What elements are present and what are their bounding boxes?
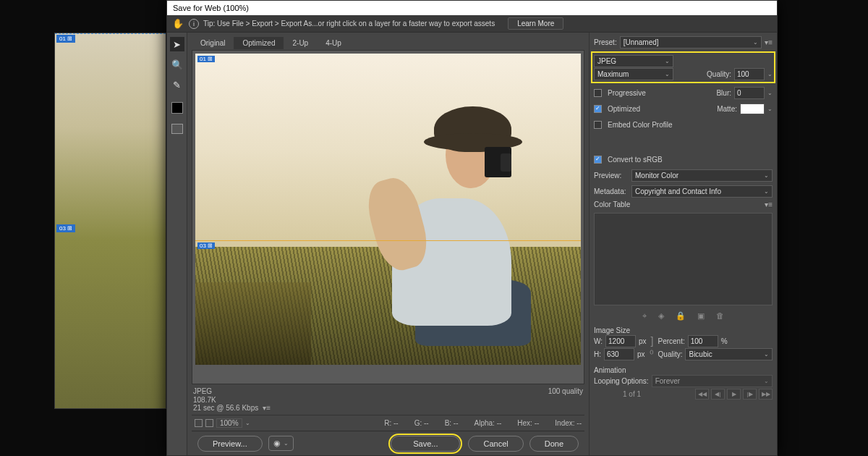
link-icon[interactable]: ]	[650, 335, 655, 347]
readout-alpha: Alpha: --	[475, 419, 502, 427]
embed-profile-label: Embed Color Profile	[608, 121, 672, 129]
zoom-value[interactable]: 100%	[216, 418, 242, 428]
imagesize-label: Image Size	[594, 326, 773, 334]
prev-frame-icon: ◀|	[711, 389, 725, 400]
grid-icon[interactable]	[195, 419, 203, 427]
tip-bar: ✋ i Tip: Use File > Export > Export As..…	[167, 15, 777, 33]
slice-badge-01[interactable]: 01 ⊞	[197, 56, 215, 62]
grid-icon-2[interactable]	[205, 419, 213, 427]
learn-more-button[interactable]: Learn More	[508, 17, 563, 30]
matte-swatch[interactable]	[740, 104, 765, 114]
blur-label: Blur:	[716, 89, 731, 97]
colortable-actions: ⌖ ◈ 🔒 ▣ 🗑	[594, 310, 773, 322]
preview-download: 21 sec @ 56.6 Kbps	[193, 404, 258, 412]
slice-visibility-toggle[interactable]	[171, 124, 183, 134]
progressive-checkbox[interactable]	[594, 89, 602, 97]
preview-area[interactable]: 01 ⊞ 03 ⊞	[192, 50, 584, 384]
done-button[interactable]: Done	[529, 436, 579, 452]
preset-label: Preset:	[594, 38, 617, 46]
quality-input[interactable]: 100	[734, 68, 765, 80]
convert-srgb-label: Convert to sRGB	[608, 156, 663, 164]
image-preview[interactable]: 01 ⊞ 03 ⊞	[195, 54, 581, 365]
window-title: Save for Web (100%)	[167, 1, 777, 15]
link-bottom-icon: ⁰	[648, 348, 655, 360]
blur-input[interactable]: 0	[734, 87, 765, 99]
panel-menu-icon[interactable]: ▾≡	[765, 38, 773, 46]
ct-snap-icon[interactable]: ⌖	[642, 311, 647, 321]
colortable-label: Color Table	[594, 200, 630, 208]
height-input[interactable]: 630	[604, 348, 634, 360]
save-button[interactable]: Save...	[391, 436, 460, 452]
px-label-2: px	[637, 350, 645, 358]
dialog-footer: Preview... ◉⌄ Save... Cancel Done	[192, 431, 584, 455]
percent-input[interactable]: 100	[688, 335, 718, 347]
animation-label: Animation	[594, 366, 773, 374]
eye-icon: ◉	[273, 439, 281, 448]
embed-profile-checkbox[interactable]	[594, 121, 602, 129]
width-input[interactable]: 1200	[605, 335, 636, 347]
tool-strip: ➤ 🔍 ✎	[167, 33, 187, 455]
format-quality-highlight: JPEG⌄ Maximum⌄ Quality: 100 ⌄	[591, 51, 775, 83]
convert-srgb-checkbox[interactable]	[594, 156, 602, 164]
optimized-label: Optimized	[608, 105, 640, 113]
eyedropper-tool-icon[interactable]: ✎	[170, 77, 184, 92]
chevron-down-icon[interactable]: ⌄	[767, 106, 773, 112]
hand-tool-icon[interactable]: ✋	[171, 17, 184, 30]
pointer-tool-icon[interactable]: ➤	[170, 37, 184, 51]
tip-text-1: Tip: Use File > Export > Export As...	[203, 20, 318, 28]
px-label: px	[639, 337, 647, 345]
preview-profile-select[interactable]: Monitor Color⌄	[631, 169, 773, 182]
looping-select: Forever⌄	[652, 375, 773, 387]
cancel-button[interactable]: Cancel	[468, 436, 523, 452]
ct-cube-icon[interactable]: ◈	[658, 311, 664, 321]
preset-select[interactable]: [Unnamed]⌄	[620, 36, 762, 48]
play-icon: ▶	[727, 389, 741, 400]
chevron-down-icon[interactable]: ⌄	[767, 90, 773, 96]
readout-b: B: --	[445, 419, 459, 427]
last-frame-icon: ▶▶	[759, 389, 773, 400]
readout-g: G: --	[414, 419, 429, 427]
foreground-swatch[interactable]	[171, 102, 183, 114]
resample-label: Quality:	[658, 350, 683, 358]
preview-format: JPEG	[193, 387, 216, 395]
colortable-menu-icon[interactable]: ▾≡	[765, 200, 773, 208]
view-tabs: Original Optimized 2-Up 4-Up	[192, 35, 584, 50]
tab-2up[interactable]: 2-Up	[284, 37, 317, 49]
preview-profile-label: Preview:	[594, 172, 629, 180]
readout-bar: 100% ⌄ R: -- G: -- B: -- Alpha: -- Hex: …	[192, 415, 584, 431]
chevron-down-icon[interactable]: ⌄	[767, 71, 773, 77]
zoom-tool-icon[interactable]: 🔍	[170, 57, 184, 72]
background-document: 01 ⊞ 03 ⊞	[54, 33, 166, 409]
readout-hex: Hex: --	[517, 419, 539, 427]
slice-badge-03[interactable]: 03 ⊞	[197, 242, 215, 249]
format-select[interactable]: JPEG⌄	[594, 55, 673, 67]
preview-menu-icon[interactable]: ▾≡	[263, 404, 271, 412]
optimized-checkbox[interactable]	[594, 105, 602, 113]
bg-slice-badge-2: 03 ⊞	[56, 224, 75, 232]
quality-label: Quality:	[707, 70, 731, 78]
chevron-down-icon[interactable]: ⌄	[245, 420, 250, 426]
percent-label: Percent:	[658, 337, 685, 345]
width-label: W:	[594, 337, 603, 345]
progressive-label: Progressive	[608, 89, 646, 97]
browser-preview-button[interactable]: ◉⌄	[268, 436, 294, 451]
readout-index: Index: --	[555, 419, 582, 427]
ct-new-icon[interactable]: ▣	[697, 311, 705, 321]
next-frame-icon: |▶	[743, 389, 757, 400]
info-icon: i	[189, 19, 199, 29]
resample-select[interactable]: Bicubic⌄	[685, 348, 773, 360]
preview-filesize: 108.7K	[193, 396, 216, 404]
slice-divider	[195, 240, 581, 241]
matte-label: Matte:	[717, 105, 737, 113]
preview-button[interactable]: Preview...	[197, 436, 263, 452]
metadata-select[interactable]: Copyright and Contact Info⌄	[631, 185, 773, 198]
ct-trash-icon[interactable]: 🗑	[716, 311, 724, 321]
ct-lock-icon[interactable]: 🔒	[676, 311, 686, 321]
pct-label: %	[721, 337, 728, 345]
tab-4up[interactable]: 4-Up	[317, 37, 350, 49]
tab-optimized[interactable]: Optimized	[234, 37, 284, 49]
chevron-down-icon: ⌄	[284, 440, 289, 447]
preview-quality: 100 quality	[548, 387, 583, 395]
tab-original[interactable]: Original	[192, 37, 234, 49]
quality-preset-select[interactable]: Maximum⌄	[594, 68, 673, 80]
